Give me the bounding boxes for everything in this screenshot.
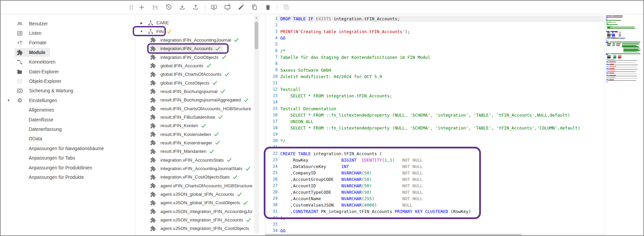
tree-item-label: global.tFIN_Accounts [160, 63, 203, 68]
sidebar-item-objekt-explorer[interactable]: Objekt-Explorer [1, 76, 135, 86]
download-icon[interactable] [178, 3, 187, 12]
copy-icon[interactable] [250, 3, 259, 12]
sidebar-item-datei-explorer[interactable]: Datei-Explorer [1, 67, 135, 76]
tree-item-agent-vjson-integration-tfin-accounts[interactable]: agent.vJSON_integration_tFIN_Accounts [135, 216, 252, 224]
connector-icon [17, 59, 23, 65]
line-number: 1 [265, 16, 278, 22]
tree-item-label: agent.vFIN_ChartsOfAccounts_HGBStructure [160, 183, 252, 188]
tree-item-global-tfin-accounts[interactable]: global.tFIN_Accounts [135, 62, 252, 70]
tree-item-agent-vjson-global-tfin-accounts[interactable]: agent.vJSON_global_tFIN_Accounts [135, 190, 252, 198]
sidebar-item-listen[interactable]: Listen [1, 28, 135, 38]
tree-item-agent-vjson-integration-tfin-accountingjournal[interactable]: agent.vJSON_integration_tFIN_AccountingJ… [135, 207, 252, 216]
tree-item-integration-tfin-accountingjournal[interactable]: integration.tFIN_AccountingJournal [135, 36, 252, 44]
deploy-icon[interactable] [209, 3, 218, 12]
code-line-31: ,CONSTRAINT PK_integration_tFIN_Accounts… [280, 208, 580, 215]
editor-h-scrollbar[interactable] [265, 234, 604, 236]
minimap-bar [607, 28, 635, 29]
sidebar-item-anpassungen-für-navigationsbäume[interactable]: Anpassungen für Navigationsbäume [1, 144, 135, 153]
sidebar-item-label: Formate [29, 40, 46, 45]
sidebar-item-anpassungen-für-produkte[interactable]: Anpassungen für Produkte [1, 172, 135, 182]
tree-item-integration-vfin-accountingjournalstats[interactable]: integration.vFIN_AccountingJournalStats [135, 164, 252, 173]
tree-item-fin[interactable]: ▼FIN [135, 27, 252, 36]
check-green-icon [246, 217, 251, 223]
scroll-up-icon[interactable]: ▲ [254, 16, 259, 19]
sidebar-item-label: Allgemeines [29, 108, 54, 113]
sidebar-item-label: Objekt-Explorer [29, 79, 61, 84]
sidebar-item-label: Anpassungen für Produktlinien [29, 165, 92, 170]
code-line-13: SELECT * FROM integration.tFIN_Accounts; [280, 93, 580, 99]
tree-item-global-tfin-costobjects[interactable]: global.tFIN_CostObjects [135, 78, 252, 87]
sidebar-item-datenerfassung[interactable]: Datenerfassung [1, 124, 135, 134]
tree-item-integration-tfin-costobjects[interactable]: integration.tFIN_CostObjects [135, 53, 252, 61]
tree-scrollbar-thumb[interactable] [255, 22, 258, 49]
plus-icon[interactable] [137, 3, 146, 12]
tree-item-label: integration.tFIN_AccountingJournal [160, 38, 231, 43]
check-green-icon [201, 123, 206, 128]
delete-icon[interactable] [263, 3, 273, 12]
drag-handle[interactable] [130, 5, 133, 10]
sidebar-item-odata[interactable]: OData [1, 134, 135, 144]
undeploy-icon[interactable] [223, 3, 232, 12]
collapse-icon[interactable]: ▼ [139, 30, 144, 33]
code-line-32: ); [280, 215, 580, 221]
tree-item-result-tfin-mandanten[interactable]: result.tFIN_Mandanten [135, 147, 252, 156]
line-number: 22 [265, 150, 278, 157]
tree-item-agent-vfin-chartsofaccounts-hgbstructure[interactable]: agent.vFIN_ChartsOfAccounts_HGBStructure [135, 182, 252, 190]
sidebar-item-anpassungen-für-produktlinien[interactable]: Anpassungen für Produktlinien [1, 163, 135, 172]
expand-arrow-icon[interactable]: ▼ [7, 99, 10, 102]
tree-item-result-tfin-konten[interactable]: result.tFIN_Konten [135, 121, 252, 130]
tree-scrollbar[interactable]: ▲ [254, 16, 259, 233]
sidebar-item-sicherung-wartung[interactable]: Sicherung & Wartung [1, 86, 135, 96]
sidebar-item-label: Benutzer [29, 21, 48, 26]
tree-item-global-tfin-chartsofaccounts[interactable]: global.tFIN_ChartsOfAccounts [135, 70, 252, 78]
line-number: 30 [265, 202, 278, 208]
sidebar-item-module[interactable]: Module [1, 48, 135, 57]
code-line-19 [280, 131, 580, 138]
sidebar-item-label: Datenflüsse [29, 117, 53, 122]
sidebar-item-anpassungen-für-tabs[interactable]: Anpassungen für Tabs [1, 153, 135, 163]
sql-editor[interactable]: DROP TABLE IF EXISTS integration.tFIN_Ac… [280, 16, 580, 234]
tree-item-integration-vfin-accountsstats[interactable]: integration.vFIN_AccountsStats [135, 156, 252, 164]
tree-item-result-tfin-kostentraeger[interactable]: result.tFIN_Kostentraeger [135, 139, 252, 147]
puzzle-icon [150, 63, 156, 69]
line-number: 32 [265, 215, 278, 221]
line-number: 33 [265, 221, 278, 228]
minimap-bar [608, 69, 638, 70]
tree-item-result-tfin-fibusaldenliste[interactable]: result.tFIN_FiBuSaldenliste [135, 113, 252, 121]
sidebar-item-konnektoren[interactable]: Konnektoren [1, 57, 135, 67]
minimap-bar [607, 45, 610, 46]
tree-item-result-tfin-buchungsjournal[interactable]: result.tFIN_Buchungsjournal [135, 87, 252, 96]
sidebar-item-formate[interactable]: Formate [1, 38, 135, 48]
tree-item-result-tfin-kostenstellen[interactable]: result.tFIN_Kostenstellen [135, 130, 252, 138]
sidebar-item-allgemeines[interactable]: Allgemeines [1, 105, 135, 115]
tree-item-care[interactable]: ▶CARE [135, 19, 252, 27]
expand-icon[interactable]: ▶ [139, 21, 144, 25]
puzzle-icon [150, 157, 156, 163]
tree-item-result-tfin-buchungsjournalaggregated[interactable]: result.tFIN_BuchungsjournalAggregated [135, 96, 252, 104]
line-number: 8 [265, 61, 278, 67]
tree-item-result-tfin-chartsofaccounts-hgbstructure[interactable]: result.tFIN_ChartsOfAccounts_HGBStructur… [135, 104, 252, 113]
edit-icon[interactable] [236, 3, 246, 12]
minimap-bar [611, 53, 640, 54]
puzzle-icon [150, 71, 156, 77]
tree-item-integration-vfin-costobjectsstats[interactable]: integration.vFIN_CostObjectsStats [135, 173, 252, 181]
tree-item-agent-vjson-global-tfin-costobjects[interactable]: agent.vJSON_global_tFIN_CostObjects [135, 198, 252, 207]
history-icon[interactable] [164, 3, 173, 12]
tree-item-agent-vjson-integration-tfin-costobjects[interactable]: agent.vJSON_integration_tFIN_CostObjects [135, 224, 252, 233]
tree-item-label: FIN [156, 29, 164, 34]
sidebar-item-einstellungen[interactable]: ▼⚙Einstellungen [1, 96, 135, 105]
tree-item-label: integration.vFIN_AccountsStats [160, 158, 224, 163]
sidebar-item-label: OData [29, 136, 42, 141]
users-icon [17, 21, 23, 27]
sidebar-item-label: Konnektoren [29, 60, 55, 65]
puzzle-icon [150, 131, 156, 137]
tree-item-integration-tfin-accounts[interactable]: integration.tFIN_Accounts [135, 44, 252, 53]
editor-h-scrollbar-thumb[interactable] [265, 234, 522, 236]
minimap-bar [606, 82, 608, 82]
sidebar-item-datenflüsse[interactable]: Datenflüsse [1, 115, 135, 124]
puzzle-icon [150, 37, 156, 43]
code-line-27: ,AccountID NVARCHAR(50) NOT NULL [280, 183, 580, 189]
editor-minimap[interactable] [604, 15, 644, 236]
upload-icon[interactable] [191, 3, 200, 12]
sidebar-item-benutzer[interactable]: Benutzer [1, 19, 135, 28]
